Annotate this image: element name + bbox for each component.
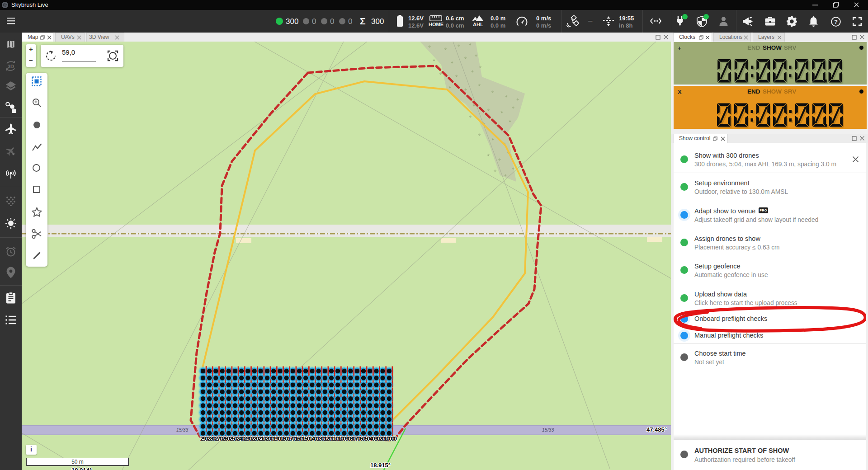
svg-text:290280270260250240230220210200: 2902802702602502402302202102001901801701… xyxy=(200,435,397,442)
svg-text:3D: 3D xyxy=(8,64,14,69)
svg-text:15/33: 15/33 xyxy=(176,427,188,432)
svg-text:15/33: 15/33 xyxy=(542,427,554,432)
svg-text:47.485°: 47.485° xyxy=(646,426,667,433)
svg-text:?: ? xyxy=(834,19,838,25)
svg-text:18.915°: 18.915° xyxy=(370,462,391,469)
svg-text:18.914°: 18.914° xyxy=(71,467,92,470)
